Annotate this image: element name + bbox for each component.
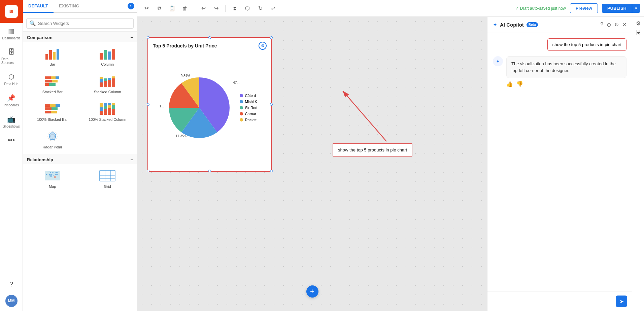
svg-rect-34 [100, 107, 103, 111]
sidebar-label-slideshows: Slideshows [3, 125, 20, 128]
widget-100-stacked-bar[interactable]: 100% Stacked Bar [26, 99, 79, 125]
ai-input[interactable] [492, 298, 613, 305]
ai-help-icon[interactable]: ? [600, 22, 603, 28]
canvas-area[interactable]: Top 5 Products by Unit Price ⚙ [137, 17, 487, 311]
svg-rect-40 [108, 105, 111, 108]
widget-stacked-column[interactable]: Stacked Column [81, 71, 135, 97]
refresh-icon[interactable]: ↻ [255, 3, 265, 13]
layers-icon[interactable]: ⬡ [242, 3, 252, 13]
resize-handle-br[interactable] [270, 170, 273, 172]
undo-icon[interactable]: ↩ [198, 3, 208, 13]
pie-label-left: 1... [160, 104, 164, 108]
comparison-section-header: Comparison − [23, 32, 137, 42]
widget-bar[interactable]: Bar [26, 43, 79, 70]
widget-tabs: DEFAULT EXISTING ‹ [23, 0, 137, 13]
redo-icon[interactable]: ↪ [211, 3, 221, 13]
svg-rect-21 [104, 78, 107, 81]
preview-button[interactable]: Preview [570, 3, 598, 13]
svg-rect-43 [112, 105, 115, 109]
resize-handle-ml[interactable] [147, 103, 149, 106]
pie-label-right: 47... [233, 81, 239, 84]
svg-rect-13 [45, 80, 52, 82]
cut-icon[interactable]: ✂ [141, 3, 151, 13]
svg-point-50 [49, 174, 52, 177]
resize-handle-bl[interactable] [147, 170, 149, 172]
widget-grid[interactable]: Grid [81, 166, 135, 192]
legend-color-1 [240, 100, 243, 103]
publish-button[interactable]: PUBLISH [602, 4, 632, 13]
avatar-initials: MM [8, 299, 15, 303]
relationship-collapse-icon[interactable]: − [130, 157, 133, 162]
chart-widget[interactable]: Top 5 Products by Unit Price ⚙ [147, 37, 272, 172]
resize-handle-tl[interactable] [147, 36, 149, 39]
chart-settings-icon[interactable]: ⚙ [259, 42, 267, 50]
svg-line-59 [343, 91, 386, 141]
sidebar-item-datasources[interactable]: 🗄 Data Sources [0, 44, 23, 69]
ai-panel: ✦ AI Copilot Beta ? ⊙ ↻ ✕ show the top 5… [487, 17, 632, 311]
sidebar-item-dashboards[interactable]: ▦ Dashboards [0, 23, 23, 44]
autosave-text: Draft auto-saved just now [520, 6, 566, 11]
database-right-icon[interactable]: 🗄 [636, 30, 641, 36]
tab-back-arrow[interactable]: ‹ [128, 0, 137, 12]
widget-stacked-bar[interactable]: Stacked Bar [26, 71, 79, 97]
ai-settings-icon[interactable]: ⊙ [607, 22, 611, 28]
filter-icon[interactable]: ⧗ [230, 3, 240, 13]
sidebar-item-pinboards[interactable]: 📌 Pinboards [0, 90, 23, 111]
add-widget-button[interactable]: + [306, 285, 318, 298]
copy-icon[interactable]: ⧉ [154, 3, 164, 13]
top-toolbar: ✂ ⧉ 📋 🗑 ↩ ↪ ⧗ ⬡ ↻ ⇌ ✓ Draft auto-saved j… [137, 0, 644, 17]
tab-default[interactable]: DEFAULT [23, 0, 54, 13]
svg-rect-19 [100, 77, 103, 79]
thumbs-down-icon[interactable]: 👎 [516, 81, 523, 87]
stacked-bar-icon [43, 74, 62, 88]
translate-icon[interactable]: ⇌ [268, 3, 278, 13]
svg-rect-15 [45, 83, 49, 86]
svg-rect-30 [52, 107, 58, 110]
legend-color-0 [240, 94, 243, 97]
ai-send-button[interactable]: ➤ [616, 296, 627, 307]
svg-rect-28 [56, 104, 60, 107]
resize-handle-tc[interactable] [208, 36, 211, 39]
delete-icon[interactable]: 🗑 [180, 3, 190, 13]
settings-right-icon[interactable]: ⚙ [636, 20, 641, 27]
avatar[interactable]: MM [5, 295, 18, 307]
100-stacked-column-label: 100% Stacked Column [89, 117, 126, 122]
svg-rect-20 [104, 81, 107, 87]
resize-handle-bc[interactable] [208, 170, 211, 172]
legend-label-3: Carnar [245, 112, 257, 116]
legend-label-2: Sir Rod [245, 106, 258, 110]
widget-radar-polar[interactable]: Radar Polar [26, 126, 79, 152]
check-icon: ✓ [515, 6, 519, 11]
sidebar: BI ▦ Dashboards 🗄 Data Sources ⬡ Data Hu… [0, 0, 23, 311]
toolbar-sep-2 [225, 5, 226, 12]
legend-label-1: Mishi K [245, 100, 257, 104]
resize-handle-tr[interactable] [270, 36, 273, 39]
sidebar-item-slideshows[interactable]: 📺 Slideshows [0, 111, 23, 132]
widget-list: Comparison − Bar [23, 32, 137, 311]
svg-rect-9 [112, 49, 115, 60]
thumbs-up-icon[interactable]: 👍 [506, 81, 513, 87]
ai-input-area: ➤ [487, 291, 632, 311]
svg-rect-12 [56, 76, 59, 79]
chart-header: Top 5 Products by Unit Price ⚙ [148, 38, 271, 51]
svg-rect-16 [49, 83, 56, 86]
datasources-icon: 🗄 [8, 48, 15, 56]
ai-close-icon[interactable]: ✕ [622, 22, 626, 28]
ai-refresh-icon[interactable]: ↻ [614, 22, 619, 28]
publish-dropdown-button[interactable]: ▾ [632, 4, 640, 13]
comparison-collapse-icon[interactable]: − [130, 35, 133, 40]
logo: BI [5, 5, 18, 18]
sidebar-item-more[interactable]: ••• [0, 132, 23, 148]
widget-column[interactable]: Column [81, 43, 135, 70]
widget-map[interactable]: Map [26, 166, 79, 192]
tab-existing[interactable]: EXISTING [54, 0, 85, 13]
search-input[interactable] [38, 21, 131, 26]
search-box[interactable]: 🔍 [26, 18, 134, 29]
widget-100-stacked-column[interactable]: 100% Stacked Column [81, 99, 135, 125]
svg-rect-42 [112, 109, 115, 115]
paste-icon[interactable]: 📋 [167, 3, 177, 13]
sidebar-item-help[interactable]: ? [5, 276, 18, 292]
sidebar-item-datahub[interactable]: ⬡ Data Hub [0, 69, 23, 90]
widget-search-area: 🔍 [23, 13, 137, 32]
resize-handle-mr[interactable] [270, 103, 273, 106]
